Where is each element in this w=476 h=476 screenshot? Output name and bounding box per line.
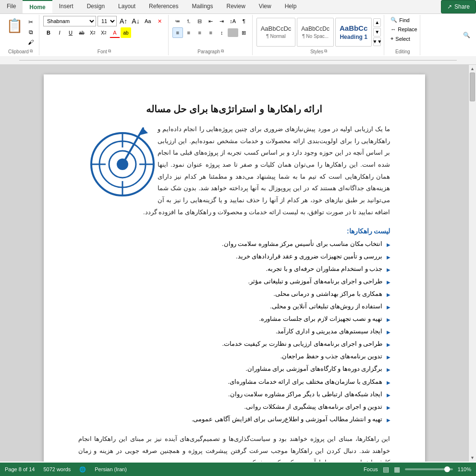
tab-review[interactable]: Review [220, 0, 252, 13]
list-item: ایجاد سیستم‌های مدیریتی و اداری کارآمد. [78, 326, 391, 337]
decrease-font-size-button[interactable]: A↓ [130, 16, 141, 26]
multilevel-list-button[interactable]: ⊟ [195, 16, 205, 26]
scroll-down-button[interactable]: ▼ [469, 454, 476, 462]
search-icon: 🔍 [463, 32, 470, 38]
vertical-scrollbar[interactable]: ▲ ▼ [468, 65, 476, 462]
paragraph-row-2: ≡ ≡ ≡ ≡ ↕ ⊞ [172, 27, 249, 38]
clear-formatting-button[interactable]: ✕ [155, 16, 165, 26]
style-heading1[interactable]: AaBbCc Heading 1 [335, 18, 372, 47]
bold-button[interactable]: B [43, 27, 54, 38]
paste-button[interactable]: 📋 [5, 16, 24, 35]
italic-button[interactable]: I [54, 27, 65, 38]
search-button[interactable]: 🔍 [459, 27, 474, 43]
document-area: ارائه راهکارها و استراتژی‌ها برای حل مسا… [0, 65, 476, 462]
align-right-button[interactable]: ≡ [195, 27, 205, 38]
zoom-level[interactable]: 110% [458, 466, 471, 472]
styles-label: Styles [310, 48, 323, 54]
highlight-button[interactable]: ab [121, 27, 131, 38]
font-name-select[interactable]: Shabnam [43, 16, 96, 26]
find-button[interactable]: 🔍 Find [388, 16, 417, 24]
font-formatting-row: B I U ab X2 X2 A ab [43, 27, 131, 38]
style-nospace-preview: AaBbCcDc [301, 25, 330, 32]
tab-design[interactable]: Design [80, 0, 111, 13]
shading-button[interactable] [228, 28, 238, 37]
list-item: طراحی و اجرای برنامه‌های ارزیابی و نظارت… [78, 339, 391, 349]
clipboard-group-content: 📋 ✂ ⧉ 🖌 [5, 16, 36, 48]
bullets-button[interactable]: ≔ [172, 16, 183, 26]
focus-label[interactable]: Focus [364, 466, 378, 472]
cut-button[interactable]: ✂ [25, 18, 36, 26]
print-layout-btn[interactable]: ▤ [383, 465, 389, 473]
editing-label: Editing [395, 48, 410, 54]
tab-insert[interactable]: Insert [52, 0, 80, 13]
tab-view[interactable]: View [252, 0, 278, 13]
conclusion-paragraph: این راهکارها، مبنای این پروژه خواهند بود… [78, 433, 391, 462]
find-icon: 🔍 [391, 17, 397, 23]
list-item: جذب و استخدام مشاوران حرفه‌ای و با تجربه… [78, 264, 391, 274]
styles-scroll-down[interactable]: ▼ [373, 28, 381, 37]
style-nospace-label: ¶ No Spac... [302, 34, 329, 39]
font-color-button[interactable]: A [110, 27, 120, 38]
list-item: همکاری با سازمان‌های مختلف برای ارائه خد… [78, 377, 391, 387]
tab-home[interactable]: Home [23, 0, 52, 13]
paragraph-expand-icon[interactable]: ⧉ [221, 49, 224, 54]
strikethrough-button[interactable]: ab [76, 27, 87, 38]
justify-button[interactable]: ≡ [206, 27, 216, 38]
subscript-button[interactable]: X2 [87, 27, 98, 38]
share-button[interactable]: ↗ Share [441, 0, 476, 13]
tab-help[interactable]: Help [278, 0, 304, 13]
tab-layout[interactable]: Layout [111, 0, 142, 13]
scroll-up-button[interactable]: ▲ [469, 65, 476, 73]
style-heading1-label: Heading 1 [340, 34, 367, 40]
web-view-btn[interactable]: ▦ [394, 465, 400, 473]
select-button[interactable]: ⌖ Select [388, 35, 417, 43]
status-right: Focus ▤ ▦ 110% [364, 465, 471, 473]
page-info: Page 8 of 14 [5, 466, 35, 472]
clipboard-group: 📋 ✂ ⧉ 🖌 Clipboard ⧉ [2, 15, 39, 55]
tab-file[interactable]: File [0, 0, 23, 13]
styles-group: AaBbCcDc ¶ Normal AaBbCcDc ¶ No Spac... … [254, 15, 385, 55]
styles-expand-icon[interactable]: ⧉ [324, 49, 327, 54]
indent-increase-button[interactable]: ⇥ [217, 16, 227, 26]
font-expand-icon[interactable]: ⧉ [108, 49, 111, 54]
scroll-thumb[interactable] [470, 73, 475, 101]
paragraph-group-content: ≔ ⒈ ⊟ ⇤ ⇥ ↕A ¶ ≡ ≡ ≡ ≡ ↕ ⊞ [172, 16, 249, 48]
line-spacing-button[interactable]: ↕ [217, 27, 227, 38]
paste-icon: 📋 [7, 17, 22, 34]
tab-references[interactable]: References [142, 0, 185, 13]
ruler[interactable] [0, 56, 476, 65]
styles-scroll-up[interactable]: ▲ [373, 18, 381, 27]
align-left-button[interactable]: ≡ [172, 27, 183, 38]
zoom-slider[interactable] [405, 468, 453, 470]
increase-font-size-button[interactable]: A↑ [118, 16, 129, 26]
sort-button[interactable]: ↕A [228, 16, 238, 26]
underline-button[interactable]: U [65, 27, 76, 38]
align-center-button[interactable]: ≡ [183, 27, 194, 38]
cut-icon: ✂ [27, 18, 35, 26]
superscript-button[interactable]: X2 [98, 27, 109, 38]
font-size-select[interactable]: 11 [98, 16, 117, 26]
style-normal[interactable]: AaBbCcDc ¶ Normal [256, 18, 296, 47]
status-bar: Page 8 of 14 5072 words 🌐 Persian (Iran)… [0, 463, 476, 476]
font-name-row: Shabnam 11 A↑ A↓ Aa ✕ [43, 16, 165, 26]
replace-icon: ↔ [391, 26, 396, 32]
indent-decrease-button[interactable]: ⇤ [206, 16, 216, 26]
search-area: 🔍 [459, 15, 474, 55]
list-item: استفاده از روش‌های تبلیغاتی آنلاین و محل… [78, 301, 391, 312]
style-no-space[interactable]: AaBbCcDc ¶ No Spac... [297, 18, 334, 47]
format-painter-button[interactable]: 🖌 [25, 38, 36, 47]
font-label: Font [98, 48, 107, 54]
replace-button[interactable]: ↔ Replace [388, 25, 417, 33]
copy-button[interactable]: ⧉ [25, 28, 36, 37]
style-normal-label: ¶ Normal [266, 34, 285, 39]
show-paragraph-button[interactable]: ¶ [239, 16, 249, 26]
paragraph-row-1: ≔ ⒈ ⊟ ⇤ ⇥ ↕A ¶ [172, 16, 249, 26]
tab-mailings[interactable]: Mailings [185, 0, 220, 13]
styles-expand-btn[interactable]: ▼▼ [373, 37, 381, 46]
zoom-thumb[interactable] [444, 466, 450, 472]
numbering-button[interactable]: ⒈ [183, 16, 194, 26]
borders-button[interactable]: ⊞ [239, 27, 249, 38]
ruler-line [19, 60, 457, 61]
change-case-button[interactable]: Aa [143, 16, 153, 26]
clipboard-expand-icon[interactable]: ⧉ [30, 49, 33, 54]
